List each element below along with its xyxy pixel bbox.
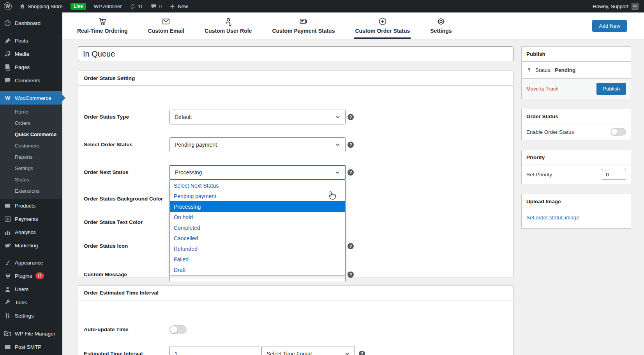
sidebar-item-marketing[interactable]: Marketing [0, 239, 62, 252]
comments-link[interactable]: 0 [147, 0, 166, 12]
dashboard-icon [4, 20, 11, 27]
comments-icon [151, 4, 157, 9]
admin-sidebar: Dashboard Posts Media Pages Comments W W… [0, 12, 62, 355]
submenu-item-settings[interactable]: Settings [0, 163, 62, 174]
user-avatar[interactable] [632, 3, 639, 10]
status-title-input[interactable] [78, 46, 513, 61]
new-content-link[interactable]: New [166, 0, 192, 12]
select-order-status-select[interactable]: Pending payment [169, 137, 346, 152]
chevron-down-icon [335, 170, 340, 175]
sidebar-item-settings[interactable]: Settings [0, 309, 62, 322]
sidebar-item-posts[interactable]: Posts [0, 34, 62, 47]
tab-custom-payment-status[interactable]: Custom Payment Status [271, 14, 335, 39]
help-icon[interactable] [359, 351, 365, 355]
order-status-panel-title: Order Status [522, 109, 631, 124]
sidebar-item-users[interactable]: Users [0, 282, 62, 296]
submenu-item-reports[interactable]: Reports [0, 151, 62, 163]
dropdown-option[interactable]: Refunded [170, 243, 345, 254]
admin-bar: W Shopping Store Live WP Adminer 11 0 Ne… [0, 0, 644, 12]
dropdown-option[interactable]: Completed [170, 222, 345, 233]
enable-order-status-toggle[interactable] [610, 128, 626, 136]
order-status-setting-panel: Order Status Setting Order Status Type D… [78, 71, 513, 277]
help-icon[interactable] [348, 272, 354, 278]
submenu-item-status[interactable]: Status [0, 174, 62, 185]
sidebar-item-woocommerce[interactable]: W WooCommerce [0, 91, 62, 105]
order-next-status-select[interactable]: Processing [169, 165, 346, 180]
order-next-status-label: Order Next Status [84, 165, 129, 180]
dropdown-option[interactable]: Failed [170, 254, 345, 264]
plugin-icon [4, 272, 11, 280]
sidebar-item-dashboard[interactable]: Dashboard [0, 16, 62, 30]
auto-update-time-label: Auto-update Time [84, 322, 129, 337]
submenu-item-quick-commerce[interactable]: Quick Commerce [0, 129, 62, 140]
submenu-item-orders[interactable]: Orders [0, 117, 62, 129]
woocommerce-icon: W [4, 94, 11, 102]
submenu-item-home[interactable]: Home [0, 106, 62, 117]
tab-settings[interactable]: Settings [429, 14, 452, 39]
sidebar-item-analytics[interactable]: Analytics [0, 225, 62, 239]
pushpin-icon [4, 37, 11, 44]
sidebar-item-plugins[interactable]: Plugins 11 [0, 269, 62, 282]
tab-custom-order-status[interactable]: Custom Order Status [354, 14, 411, 39]
order-status-icon-label: Order Status Icon [84, 239, 128, 254]
set-priority-label: Set Priority [526, 172, 552, 178]
dropdown-option-selected[interactable]: Processing [170, 201, 345, 212]
home-icon [19, 4, 25, 9]
time-format-select[interactable]: Select Time Fomat [261, 346, 355, 355]
set-order-status-image-link[interactable]: Set order status image [526, 215, 579, 220]
move-to-trash-link[interactable]: Move to Trash [526, 86, 558, 92]
site-name-link[interactable]: Shopping Store [16, 0, 67, 12]
dropdown-option[interactable]: On hold [170, 212, 345, 222]
wp-adminer-link[interactable]: WP Adminer [90, 0, 126, 12]
submenu-item-customers[interactable]: Customers [0, 140, 62, 151]
publish-button[interactable]: Publish [596, 83, 626, 95]
sidebar-item-pages[interactable]: Pages [0, 60, 62, 74]
live-badge-item[interactable]: Live [67, 0, 90, 12]
tab-custom-user-role[interactable]: Custom User Role [204, 14, 252, 39]
chevron-down-icon [335, 114, 341, 120]
help-icon[interactable] [348, 243, 354, 249]
order-estimated-time-panel: Order Estimated Time Interval Auto-updat… [78, 285, 513, 355]
dropdown-option[interactable]: Draft [170, 264, 345, 275]
dropdown-option[interactable]: Pending payment [170, 191, 345, 201]
brush-icon [4, 259, 11, 266]
wordpress-logo-menu[interactable]: W [0, 0, 16, 12]
interval-value-input[interactable] [169, 346, 259, 355]
folder-icon [4, 330, 11, 337]
sidebar-item-media[interactable]: Media [0, 47, 62, 60]
submenu-item-extensions[interactable]: Extensions [0, 185, 62, 197]
auto-update-time-toggle[interactable] [169, 325, 187, 334]
sidebar-item-wp-file-manager[interactable]: WP File Manager [0, 327, 62, 340]
dropdown-option[interactable]: Select Next Status [170, 180, 345, 191]
order-status-type-select[interactable]: Default [169, 110, 346, 124]
dropdown-option[interactable]: Cancelled [170, 233, 345, 243]
select-order-status-label: Select Order Status [84, 137, 132, 152]
add-new-button[interactable]: Add New [592, 20, 627, 32]
chevron-down-icon [344, 351, 350, 355]
howdy-text[interactable]: Howdy, Support [593, 4, 628, 9]
updates-link[interactable]: 11 [126, 0, 147, 12]
tab-real-time-ordering[interactable]: Real-Time Ordering [76, 14, 129, 39]
plugin-tab-bar: Real-Time Ordering Custom Email Custom U… [62, 12, 644, 39]
sidebar-item-appearance[interactable]: Appearance [0, 256, 62, 269]
sidebar-item-comments[interactable]: Comments [0, 74, 62, 87]
publish-panel-title: Publish [522, 47, 631, 62]
sidebar-item-post-smtp[interactable]: Post SMTP [0, 340, 62, 353]
sidebar-item-tools[interactable]: Tools [0, 296, 62, 309]
sidebar-item-products[interactable]: Products [0, 199, 62, 212]
tab-custom-email[interactable]: Custom Email [147, 14, 185, 39]
circle-plus-icon [378, 17, 387, 26]
user-icon [4, 286, 11, 293]
cart-icon [98, 17, 107, 26]
help-icon[interactable] [348, 114, 354, 120]
help-icon[interactable] [348, 142, 354, 148]
order-status-background-color-label: Order Status Background Color [84, 192, 163, 206]
megaphone-icon [4, 242, 11, 249]
help-icon[interactable] [348, 169, 354, 176]
priority-input[interactable] [602, 169, 626, 180]
panel-title: Order Estimated Time Interval [78, 286, 513, 300]
order-status-panel: Order Status Enable Order Status [521, 109, 631, 140]
side-column: Publish Status: Pending Move to Trash Pu… [521, 46, 631, 238]
envelope-icon [4, 343, 11, 351]
sidebar-item-payments[interactable]: $ Payments [0, 212, 62, 225]
